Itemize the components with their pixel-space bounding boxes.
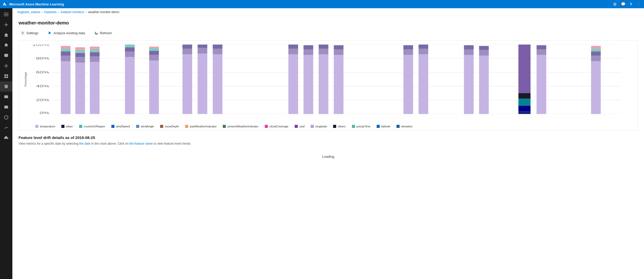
play-icon	[48, 31, 52, 35]
svg-rect-67	[183, 49, 192, 54]
svg-marker-0	[3, 2, 6, 6]
svg-rect-80	[303, 45, 313, 49]
azure-icon	[3, 2, 7, 6]
breadcrumb-workspace[interactable]: bugbash_eastus	[18, 10, 40, 14]
svg-rect-53	[90, 52, 100, 56]
legend-label-preciptime: precipTime	[357, 125, 370, 128]
svg-rect-59	[125, 47, 135, 51]
settings-icon[interactable]: ⚙	[613, 2, 617, 7]
refresh-button[interactable]: Refresh	[92, 30, 114, 36]
user-icon[interactable]: 👤	[636, 2, 641, 7]
svg-rect-63	[149, 51, 159, 55]
drift-chart[interactable]: 100% 80% 60% 40% 20% 0% 05/01/19	[28, 45, 633, 114]
feature-section-title: Feature level drift details as of 2019-0…	[19, 135, 638, 140]
sidebar-item-create[interactable]	[0, 20, 12, 30]
svg-rect-106	[536, 45, 546, 49]
legend-label-pastweather: pastWeatherIndicator	[190, 125, 217, 128]
settings-button[interactable]: Settings	[19, 30, 40, 36]
toolbar: Settings Analyze existing data Refresh	[19, 30, 638, 36]
refresh-label: Refresh	[100, 31, 112, 35]
sidebar-item-home[interactable]	[0, 30, 12, 40]
sidebar-item-pipeline[interactable]	[0, 61, 12, 71]
breadcrumb-monitors[interactable]: Dataset monitors	[61, 10, 84, 14]
feature-name-link[interactable]: the feature name	[129, 142, 153, 145]
svg-rect-68	[183, 45, 192, 49]
svg-rect-74	[213, 45, 222, 49]
svg-rect-89	[403, 45, 413, 49]
sidebar-item-monitor[interactable]	[0, 123, 12, 133]
svg-rect-92	[418, 45, 428, 49]
svg-rect-90	[418, 54, 428, 114]
svg-rect-84	[334, 55, 344, 114]
legend-label-windspeed: windSpeed	[116, 125, 130, 128]
svg-rect-17	[4, 95, 8, 98]
help-icon[interactable]: ?	[630, 2, 632, 6]
sidebar-item-menu[interactable]	[0, 9, 12, 20]
legend-item-longitude: longitude	[311, 125, 327, 128]
svg-rect-50	[75, 47, 85, 49]
sidebar-item-models[interactable]	[0, 71, 12, 81]
svg-rect-71	[197, 45, 207, 48]
svg-point-9	[7, 65, 8, 66]
svg-rect-2	[4, 14, 9, 15]
svg-rect-108	[591, 56, 601, 61]
legend-label-countryorregion: countryOrRegion	[84, 125, 105, 128]
svg-rect-77	[288, 45, 298, 49]
settings-gear-icon	[21, 31, 25, 35]
svg-rect-96	[479, 56, 489, 114]
chart-container: Percentage 100% 80% 60% 40%	[19, 40, 638, 130]
legend-color-elevation	[397, 125, 400, 128]
svg-rect-58	[125, 51, 135, 57]
sidebar-item-notifications[interactable]	[0, 40, 12, 50]
svg-rect-87	[403, 55, 413, 114]
sidebar-item-datasets[interactable]	[0, 81, 12, 92]
legend-label-elevation: elevation	[401, 125, 412, 128]
legend-color-preciptime	[352, 125, 355, 128]
sidebar-item-compute[interactable]	[0, 92, 12, 102]
feedback-icon[interactable]: 💬	[621, 2, 626, 6]
svg-rect-57	[125, 57, 135, 114]
chart-bars[interactable]	[61, 45, 601, 114]
svg-rect-69	[197, 54, 207, 114]
svg-text:0%: 0%	[40, 111, 49, 114]
svg-rect-43	[61, 47, 71, 49]
svg-point-7	[4, 65, 5, 66]
app-body: bugbash_eastus › Datasets › Dataset moni…	[0, 8, 644, 279]
svg-rect-79	[303, 49, 313, 55]
breadcrumb-datasets[interactable]: Datasets	[44, 10, 56, 14]
svg-rect-54	[90, 49, 100, 52]
svg-rect-75	[288, 54, 298, 114]
svg-rect-18	[4, 106, 8, 109]
sidebar-item-datastores[interactable]	[0, 102, 12, 112]
sidebar-item-cloud[interactable]	[0, 133, 12, 143]
date-link[interactable]: the date	[79, 142, 90, 145]
legend-label-latitude: latitude	[381, 125, 390, 128]
svg-marker-21	[49, 31, 51, 34]
legend-label-snowdepth: snowDepth	[165, 125, 179, 128]
svg-rect-5	[4, 24, 8, 25]
legend-item-windspeed: windSpeed	[111, 125, 130, 128]
sidebar-item-endpoints[interactable]	[0, 112, 12, 123]
svg-rect-83	[319, 45, 328, 49]
feature-section: Feature level drift details as of 2019-0…	[19, 135, 638, 168]
legend-label-usaf: usaf	[299, 125, 305, 128]
analyze-button[interactable]: Analyze existing data	[46, 30, 87, 36]
svg-text:100%: 100%	[32, 45, 49, 46]
sidebar-item-data[interactable]	[0, 50, 12, 61]
svg-rect-56	[90, 47, 100, 48]
legend-color-temperature	[35, 125, 38, 128]
svg-rect-51	[90, 62, 100, 114]
legend-color-usaf	[295, 125, 298, 128]
legend-item-cloudcoverage: cloudCoverage	[265, 125, 288, 128]
legend-item-wban: wban	[61, 125, 73, 128]
svg-point-8	[6, 64, 7, 65]
settings-label: Settings	[26, 31, 38, 35]
svg-rect-93	[464, 55, 474, 114]
legend-label-presentweather: presentWeatherIndicator	[227, 125, 258, 128]
legend-color-wban	[61, 125, 64, 128]
svg-rect-64	[149, 48, 159, 51]
legend-color-pastweather	[185, 125, 188, 128]
svg-rect-111	[591, 47, 601, 49]
legend-color-presentweather	[223, 125, 226, 128]
svg-rect-52	[90, 56, 100, 62]
